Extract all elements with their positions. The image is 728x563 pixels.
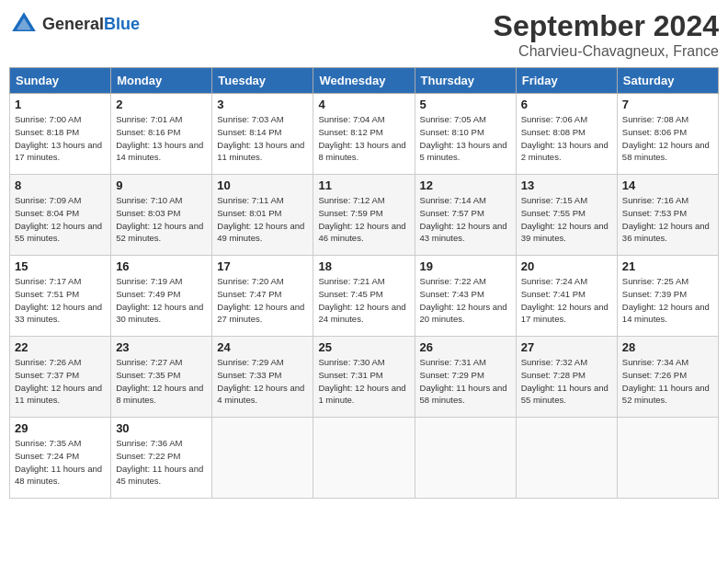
calendar-cell: 4Sunrise: 7:04 AMSunset: 8:12 PMDaylight… [313, 94, 415, 175]
day-info: Sunrise: 7:10 AMSunset: 8:03 PMDaylight:… [116, 194, 207, 245]
calendar-cell: 27Sunrise: 7:32 AMSunset: 7:28 PMDayligh… [516, 337, 617, 418]
day-info: Sunrise: 7:34 AMSunset: 7:26 PMDaylight:… [622, 356, 713, 407]
col-header-saturday: Saturday [617, 68, 718, 94]
calendar-cell: 14Sunrise: 7:16 AMSunset: 7:53 PMDayligh… [617, 175, 718, 256]
calendar-cell: 2Sunrise: 7:01 AMSunset: 8:16 PMDaylight… [111, 94, 212, 175]
day-info: Sunrise: 7:09 AMSunset: 8:04 PMDaylight:… [15, 194, 106, 245]
day-info: Sunrise: 7:16 AMSunset: 7:53 PMDaylight:… [622, 194, 713, 245]
day-info: Sunrise: 7:31 AMSunset: 7:29 PMDaylight:… [420, 356, 511, 407]
day-info: Sunrise: 7:04 AMSunset: 8:12 PMDaylight:… [318, 113, 409, 164]
calendar-cell: 6Sunrise: 7:06 AMSunset: 8:08 PMDaylight… [516, 94, 617, 175]
title-block: September 2024 Charvieu-Chavagneux, Fran… [494, 9, 719, 60]
calendar-cell: 29Sunrise: 7:35 AMSunset: 7:24 PMDayligh… [10, 418, 111, 499]
day-number: 18 [318, 259, 409, 273]
day-number: 19 [420, 259, 511, 273]
day-number: 12 [420, 178, 511, 192]
col-header-sunday: Sunday [10, 68, 111, 94]
day-info: Sunrise: 7:12 AMSunset: 7:59 PMDaylight:… [318, 194, 409, 245]
day-number: 3 [217, 98, 308, 111]
calendar-cell: 18Sunrise: 7:21 AMSunset: 7:45 PMDayligh… [313, 256, 415, 337]
col-header-tuesday: Tuesday [212, 68, 313, 94]
day-number: 7 [622, 98, 713, 111]
day-info: Sunrise: 7:32 AMSunset: 7:28 PMDaylight:… [521, 356, 612, 407]
day-number: 27 [521, 340, 612, 354]
day-number: 9 [116, 178, 207, 192]
day-number: 28 [622, 340, 713, 354]
month-title: September 2024 [494, 9, 719, 43]
day-number: 11 [318, 178, 409, 192]
day-info: Sunrise: 7:15 AMSunset: 7:55 PMDaylight:… [521, 194, 612, 245]
calendar-cell: 22Sunrise: 7:26 AMSunset: 7:37 PMDayligh… [10, 337, 111, 418]
page-header: GeneralBlue September 2024 Charvieu-Chav… [9, 9, 719, 60]
calendar-cell [516, 418, 617, 499]
day-info: Sunrise: 7:19 AMSunset: 7:49 PMDaylight:… [116, 275, 207, 326]
calendar-cell: 20Sunrise: 7:24 AMSunset: 7:41 PMDayligh… [516, 256, 617, 337]
calendar-table: SundayMondayTuesdayWednesdayThursdayFrid… [9, 67, 719, 499]
day-number: 24 [217, 340, 308, 354]
day-number: 16 [116, 259, 207, 273]
calendar-cell: 17Sunrise: 7:20 AMSunset: 7:47 PMDayligh… [212, 256, 313, 337]
calendar-cell: 21Sunrise: 7:25 AMSunset: 7:39 PMDayligh… [617, 256, 718, 337]
day-number: 5 [420, 98, 511, 111]
calendar-header-row: SundayMondayTuesdayWednesdayThursdayFrid… [10, 68, 719, 94]
day-info: Sunrise: 7:01 AMSunset: 8:16 PMDaylight:… [116, 113, 207, 164]
day-info: Sunrise: 7:36 AMSunset: 7:22 PMDaylight:… [116, 437, 207, 488]
day-info: Sunrise: 7:14 AMSunset: 7:57 PMDaylight:… [420, 194, 511, 245]
calendar-cell [313, 418, 415, 499]
week-row-4: 22Sunrise: 7:26 AMSunset: 7:37 PMDayligh… [10, 337, 719, 418]
calendar-cell: 19Sunrise: 7:22 AMSunset: 7:43 PMDayligh… [415, 256, 516, 337]
day-info: Sunrise: 7:26 AMSunset: 7:37 PMDaylight:… [15, 356, 106, 407]
col-header-monday: Monday [111, 68, 212, 94]
calendar-cell: 24Sunrise: 7:29 AMSunset: 7:33 PMDayligh… [212, 337, 313, 418]
day-number: 26 [420, 340, 511, 354]
day-number: 15 [15, 259, 106, 273]
week-row-3: 15Sunrise: 7:17 AMSunset: 7:51 PMDayligh… [10, 256, 719, 337]
day-info: Sunrise: 7:11 AMSunset: 8:01 PMDaylight:… [217, 194, 308, 245]
day-info: Sunrise: 7:17 AMSunset: 7:51 PMDaylight:… [15, 275, 106, 326]
day-info: Sunrise: 7:27 AMSunset: 7:35 PMDaylight:… [116, 356, 207, 407]
calendar-cell: 13Sunrise: 7:15 AMSunset: 7:55 PMDayligh… [516, 175, 617, 256]
day-number: 4 [318, 98, 409, 111]
calendar-cell: 16Sunrise: 7:19 AMSunset: 7:49 PMDayligh… [111, 256, 212, 337]
calendar-cell: 8Sunrise: 7:09 AMSunset: 8:04 PMDaylight… [10, 175, 111, 256]
logo-blue: Blue [104, 15, 140, 33]
logo: GeneralBlue [9, 9, 140, 39]
calendar-cell: 3Sunrise: 7:03 AMSunset: 8:14 PMDaylight… [212, 94, 313, 175]
day-number: 25 [318, 340, 409, 354]
day-info: Sunrise: 7:35 AMSunset: 7:24 PMDaylight:… [15, 437, 106, 488]
day-info: Sunrise: 7:03 AMSunset: 8:14 PMDaylight:… [217, 113, 308, 164]
day-info: Sunrise: 7:05 AMSunset: 8:10 PMDaylight:… [420, 113, 511, 164]
day-number: 21 [622, 259, 713, 273]
day-info: Sunrise: 7:20 AMSunset: 7:47 PMDaylight:… [217, 275, 308, 326]
calendar-cell: 11Sunrise: 7:12 AMSunset: 7:59 PMDayligh… [313, 175, 415, 256]
day-info: Sunrise: 7:08 AMSunset: 8:06 PMDaylight:… [622, 113, 713, 164]
week-row-2: 8Sunrise: 7:09 AMSunset: 8:04 PMDaylight… [10, 175, 719, 256]
logo-icon [9, 9, 39, 39]
calendar-cell: 9Sunrise: 7:10 AMSunset: 8:03 PMDaylight… [111, 175, 212, 256]
day-info: Sunrise: 7:00 AMSunset: 8:18 PMDaylight:… [15, 113, 106, 164]
day-number: 10 [217, 178, 308, 192]
col-header-friday: Friday [516, 68, 617, 94]
calendar-cell: 5Sunrise: 7:05 AMSunset: 8:10 PMDaylight… [415, 94, 516, 175]
day-info: Sunrise: 7:30 AMSunset: 7:31 PMDaylight:… [318, 356, 409, 407]
location-title: Charvieu-Chavagneux, France [494, 43, 719, 60]
calendar-cell: 25Sunrise: 7:30 AMSunset: 7:31 PMDayligh… [313, 337, 415, 418]
calendar-cell: 26Sunrise: 7:31 AMSunset: 7:29 PMDayligh… [415, 337, 516, 418]
calendar-cell: 28Sunrise: 7:34 AMSunset: 7:26 PMDayligh… [617, 337, 718, 418]
calendar-cell: 12Sunrise: 7:14 AMSunset: 7:57 PMDayligh… [415, 175, 516, 256]
day-number: 13 [521, 178, 612, 192]
calendar-cell: 10Sunrise: 7:11 AMSunset: 8:01 PMDayligh… [212, 175, 313, 256]
calendar-cell [415, 418, 516, 499]
calendar-cell: 30Sunrise: 7:36 AMSunset: 7:22 PMDayligh… [111, 418, 212, 499]
day-number: 17 [217, 259, 308, 273]
day-number: 30 [116, 421, 207, 435]
day-number: 29 [15, 421, 106, 435]
day-info: Sunrise: 7:24 AMSunset: 7:41 PMDaylight:… [521, 275, 612, 326]
day-number: 6 [521, 98, 612, 111]
calendar-cell: 15Sunrise: 7:17 AMSunset: 7:51 PMDayligh… [10, 256, 111, 337]
day-info: Sunrise: 7:21 AMSunset: 7:45 PMDaylight:… [318, 275, 409, 326]
calendar-cell: 7Sunrise: 7:08 AMSunset: 8:06 PMDaylight… [617, 94, 718, 175]
col-header-thursday: Thursday [415, 68, 516, 94]
day-number: 23 [116, 340, 207, 354]
day-number: 14 [622, 178, 713, 192]
